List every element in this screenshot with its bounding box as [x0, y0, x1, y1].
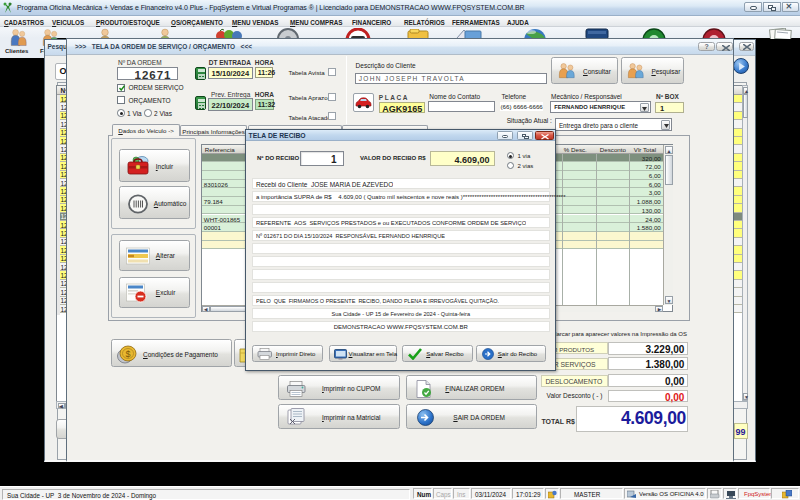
- svg-text:$: $: [126, 349, 131, 359]
